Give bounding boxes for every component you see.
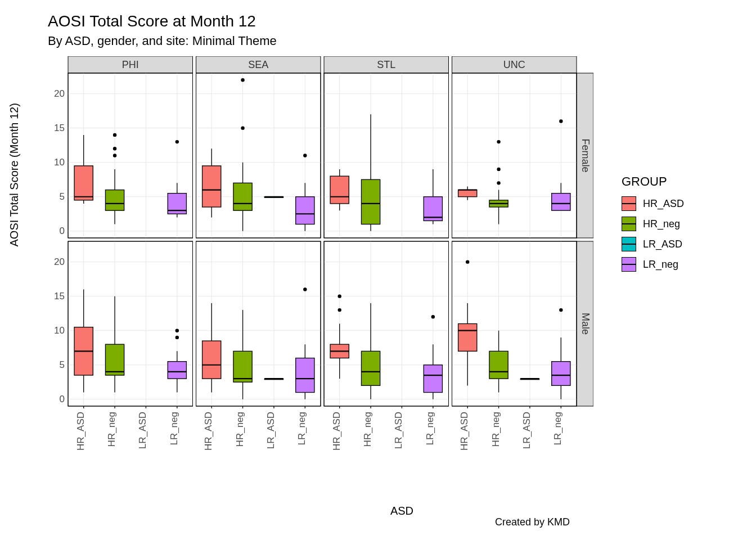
- legend-item: HR_neg: [622, 214, 734, 234]
- svg-rect-258: [489, 351, 508, 379]
- svg-text:LR_ASD: LR_ASD: [137, 412, 148, 449]
- legend-key-icon: [622, 257, 636, 272]
- svg-text:5: 5: [60, 191, 65, 202]
- svg-text:LR_ASD: LR_ASD: [266, 412, 276, 449]
- svg-point-160: [176, 336, 179, 339]
- svg-text:HR_ASD: HR_ASD: [75, 412, 86, 450]
- svg-text:15: 15: [54, 123, 65, 133]
- svg-point-64: [241, 78, 244, 82]
- svg-rect-225: [361, 351, 380, 385]
- svg-text:LR_ASD: LR_ASD: [521, 412, 532, 449]
- x-axis-title-wrap: ASD: [0, 505, 756, 518]
- svg-text:LR_ASD: LR_ASD: [393, 412, 404, 449]
- svg-rect-253: [458, 324, 477, 352]
- svg-rect-195: [296, 358, 314, 393]
- legend-label: HR_neg: [643, 218, 680, 230]
- svg-point-38: [113, 133, 116, 137]
- x-axis-title: ASD: [129, 505, 675, 518]
- svg-text:LR_neg: LR_neg: [169, 412, 179, 446]
- svg-point-117: [497, 168, 500, 171]
- svg-point-116: [497, 181, 500, 184]
- svg-point-255: [466, 260, 469, 263]
- svg-point-36: [113, 154, 116, 157]
- svg-text:10: 10: [54, 325, 65, 336]
- svg-text:5: 5: [60, 359, 65, 370]
- svg-text:STL: STL: [377, 59, 395, 70]
- svg-rect-121: [552, 194, 570, 211]
- svg-text:20: 20: [54, 256, 65, 267]
- legend-key-icon: [622, 237, 636, 251]
- svg-rect-124: [68, 241, 193, 406]
- svg-text:LR_neg: LR_neg: [296, 412, 307, 446]
- svg-text:Male: Male: [580, 313, 591, 335]
- svg-text:UNC: UNC: [503, 59, 525, 70]
- legend-key-icon: [622, 217, 636, 231]
- svg-text:Female: Female: [580, 138, 591, 172]
- plot-area: PHISEASTLUNCFemaleMale0510152005101520HR…: [48, 56, 593, 450]
- legend-item: LR_ASD: [622, 234, 734, 254]
- legend-item: HR_ASD: [622, 194, 734, 214]
- legend-label: LR_neg: [643, 259, 678, 271]
- svg-text:0: 0: [60, 394, 65, 404]
- svg-point-37: [113, 147, 116, 150]
- svg-point-231: [431, 315, 435, 318]
- svg-point-161: [176, 329, 179, 332]
- svg-rect-266: [552, 362, 570, 386]
- svg-rect-183: [202, 341, 221, 379]
- svg-text:0: 0: [60, 226, 65, 236]
- chart-caption: Created by KMD: [495, 516, 570, 528]
- svg-rect-91: [361, 179, 380, 224]
- svg-text:HR_neg: HR_neg: [235, 412, 245, 447]
- svg-rect-158: [168, 362, 186, 379]
- svg-rect-30: [74, 166, 93, 200]
- svg-text:HR_ASD: HR_ASD: [203, 412, 214, 450]
- svg-text:HR_neg: HR_neg: [106, 412, 117, 447]
- svg-text:HR_ASD: HR_ASD: [459, 412, 470, 450]
- svg-rect-110: [458, 190, 477, 197]
- svg-text:HR_ASD: HR_ASD: [331, 412, 342, 450]
- legend-item: LR_neg: [622, 254, 734, 274]
- svg-rect-71: [296, 197, 314, 224]
- chart-subtitle: By ASD, gender, and site: Minimal Theme: [48, 34, 277, 48]
- y-axis-title: AOSI Total Score (Month 12): [8, 103, 21, 246]
- facet-grid: PHISEASTLUNCFemaleMale0510152005101520HR…: [48, 56, 593, 450]
- svg-point-221: [338, 308, 341, 312]
- svg-text:LR_neg: LR_neg: [552, 412, 563, 446]
- svg-text:HR_neg: HR_neg: [362, 412, 373, 447]
- svg-rect-34: [105, 190, 124, 211]
- legend-key-icon: [622, 196, 636, 211]
- legend-label: LR_ASD: [643, 238, 682, 250]
- svg-text:PHI: PHI: [122, 59, 139, 70]
- chart-title: AOSI Total Score at Month 12: [48, 12, 256, 30]
- svg-rect-154: [105, 344, 124, 375]
- svg-point-118: [497, 140, 500, 143]
- svg-point-268: [559, 308, 562, 312]
- legend: GROUP HR_ASDHR_negLR_ASDLR_neg: [622, 174, 734, 274]
- svg-point-43: [176, 140, 179, 143]
- svg-text:LR_neg: LR_neg: [425, 412, 435, 446]
- svg-point-123: [559, 119, 562, 123]
- svg-text:15: 15: [54, 291, 65, 302]
- svg-text:SEA: SEA: [248, 59, 268, 70]
- svg-rect-87: [330, 176, 349, 204]
- svg-text:10: 10: [54, 157, 65, 168]
- legend-label: HR_ASD: [643, 198, 684, 210]
- legend-title: GROUP: [622, 174, 734, 189]
- svg-rect-57: [202, 166, 221, 207]
- svg-rect-61: [233, 183, 252, 210]
- svg-point-73: [303, 154, 307, 157]
- svg-rect-187: [233, 351, 252, 382]
- svg-point-197: [303, 287, 307, 291]
- svg-text:HR_neg: HR_neg: [490, 412, 501, 447]
- svg-rect-229: [424, 365, 442, 393]
- svg-rect-97: [452, 73, 577, 238]
- svg-point-63: [241, 126, 244, 129]
- svg-text:20: 20: [54, 88, 65, 99]
- svg-point-222: [338, 294, 341, 298]
